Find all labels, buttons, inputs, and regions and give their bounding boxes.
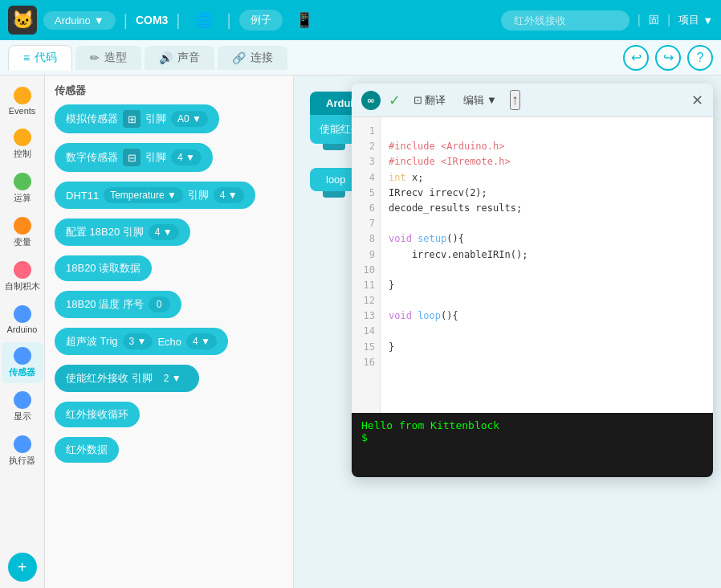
redo-button[interactable]: ↪ [655,45,681,71]
dht11-pin-label: 引脚 [188,188,209,202]
tab-sound[interactable]: 🔊 声音 [145,46,214,70]
digital-sensor-block[interactable]: 数字传感器 ⊟ 引脚 4 ▼ [55,143,213,172]
analog-prefix: 模拟传感器 [66,112,118,126]
custom-dot [14,261,31,279]
sidebar-item-events[interactable]: Events [2,82,43,120]
sidebar-item-control[interactable]: 控制 [2,124,43,165]
upload-button[interactable]: ↑ [510,90,520,110]
connect-tab-label: 连接 [251,51,273,65]
ds18b20-config-block[interactable]: 配置 18B20 引脚 4 ▼ [55,218,190,246]
dht11-row: DHT11 Temperature ▼ 引脚 4 ▼ [55,182,283,214]
divider-4: | [637,13,641,27]
tab-code[interactable]: ≡ 代码 [8,45,72,71]
main-area: Events 控制 运算 变量 自制积木 Arduino 传感器 显示 [0,76,721,588]
ir-data-prefix: 红外数据 [66,443,108,457]
variable-dot [14,217,31,235]
device-button[interactable]: 📱 [289,8,320,32]
ultrasonic-echo-dropdown[interactable]: 4 ▼ [186,333,217,349]
operator-label: 运算 [14,192,31,204]
edit-label: 编辑 [463,93,484,108]
examples-button[interactable]: 例子 [239,10,283,31]
display-label: 显示 [14,410,31,423]
code-body: 12345 678910 1112131415 16 #include <Ard… [352,117,713,413]
ir-loop-block[interactable]: 红外接收循环 [55,402,140,427]
setup-bottom-notch [323,144,345,150]
code-tab-label: 代码 [35,51,57,65]
arduino-menu-button[interactable]: Arduino ▼ [43,11,116,30]
ds18b20-config-row: 配置 18B20 引脚 4 ▼ [55,218,283,251]
analog-sensor-block[interactable]: 模拟传感器 ⊞ 引脚 A0 ▼ [55,104,219,133]
ultrasonic-row: 超声波 Trig 3 ▼ Echo 4 ▼ [55,328,283,360]
shape-tab-label: 造型 [104,51,127,65]
help-button[interactable]: ? [687,45,713,71]
close-button[interactable]: ✕ [691,92,703,109]
tabbar: ≡ 代码 ✏ 造型 🔊 声音 🔗 连接 ↩ ↪ ? [0,40,721,76]
display-dot [14,391,31,409]
digital-pin-label: 引脚 [145,150,166,165]
ir-enable-block[interactable]: 使能红外接收 引脚 2 ▼ [55,365,199,392]
dht11-prefix: DHT11 [66,190,99,202]
project-menu-button[interactable]: 项目 ▼ [678,13,713,27]
tab-shape[interactable]: ✏ 造型 [75,46,141,70]
code-content[interactable]: #include <Arduino.h> #include <IRremote.… [381,117,713,413]
ir-data-block[interactable]: 红外数据 [55,437,119,463]
tab-connect[interactable]: 🔗 连接 [218,46,287,70]
top-right-area: | 固 | 项目 ▼ [501,10,713,31]
loop-label: loop [326,174,346,186]
globe-button[interactable]: 🌐 [189,8,219,32]
ir-enable-pin-dropdown[interactable]: 2 ▼ [157,370,188,386]
add-extension-button[interactable]: + [8,553,37,582]
ultrasonic-prefix: 超声波 Trig [66,334,118,349]
canvas-area[interactable]: Arduino Setup 使能红外接收 引脚 2 ▼ loop [294,76,721,588]
sidebar-item-operator[interactable]: 运算 [2,168,43,209]
digital-icon: ⊟ [123,149,141,166]
sidebar: Events 控制 运算 变量 自制积木 Arduino 传感器 显示 [0,76,45,588]
ultrasonic-block[interactable]: 超声波 Trig 3 ▼ Echo 4 ▼ [55,328,228,355]
sidebar-item-sensor[interactable]: 传感器 [2,342,43,383]
shape-tab-icon: ✏ [90,51,100,64]
ir-loop-row: 红外接收循环 [55,402,283,432]
tabbar-right: ↩ ↪ ? [623,45,713,71]
ir-enable-row: 使能红外接收 引脚 2 ▼ [55,365,283,397]
terminal-line2: $ [361,431,703,443]
ds18b20-temp-block[interactable]: 18B20 温度 序号 0 [55,291,181,318]
connect-tab-icon: 🔗 [232,51,246,64]
edit-button[interactable]: 编辑 ▼ [458,92,502,109]
sidebar-item-variable[interactable]: 变量 [2,212,43,253]
edit-chevron: ▼ [487,94,497,106]
ds18b20-temp-prefix: 18B20 温度 序号 [66,297,144,312]
undo-button[interactable]: ↩ [623,45,649,71]
ds18b20-seq-pill: 0 [149,296,170,312]
ds18b20-config-pin-dropdown[interactable]: 4 ▼ [149,224,179,240]
ds18b20-temp-row: 18B20 温度 序号 0 [55,291,283,323]
dht11-block[interactable]: DHT11 Temperature ▼ 引脚 4 ▼ [55,182,255,209]
actuator-label: 执行器 [9,455,35,467]
dht11-pin-dropdown[interactable]: 4 ▼ [214,187,244,203]
app-logo: 🐱 [8,6,37,35]
search-input[interactable] [501,10,629,31]
terminal: Hello from Kittenblock $ [352,413,713,477]
translate-icon: ⊡ [413,94,422,106]
ir-data-row: 红外数据 [55,437,283,468]
code-editor-header: ∞ ✓ ⊡ 翻译 编辑 ▼ ↑ ✕ [352,84,713,117]
control-label: 控制 [14,148,31,160]
divider-2: | [176,11,180,30]
ds18b20-read-block[interactable]: 18B20 读取数据 [55,255,152,281]
digital-pin-dropdown[interactable]: 4 ▼ [171,149,202,165]
sidebar-item-actuator[interactable]: 执行器 [2,431,43,472]
fixed-label: 固 [649,13,659,27]
divider-3: | [227,11,231,30]
arduino-dot [14,305,31,323]
translate-button[interactable]: ⊡ 翻译 [409,92,450,109]
project-chevron: ▼ [703,14,713,27]
dht11-mode-dropdown[interactable]: Temperature ▼ [104,187,183,203]
sidebar-item-arduino[interactable]: Arduino [2,300,43,339]
topbar: 🐱 Arduino ▼ | COM3 | 🌐 | 例子 📱 | 固 | 项目 ▼ [0,0,721,40]
line-numbers: 12345 678910 1112131415 16 [352,117,381,413]
sidebar-item-custom[interactable]: 自制积木 [2,256,43,297]
code-tab-icon: ≡ [23,51,30,64]
sidebar-item-display[interactable]: 显示 [2,386,43,427]
analog-pin-dropdown[interactable]: A0 ▼ [171,111,208,127]
arduino-label-side: Arduino [7,325,38,334]
ultrasonic-trig-dropdown[interactable]: 3 ▼ [123,333,153,349]
